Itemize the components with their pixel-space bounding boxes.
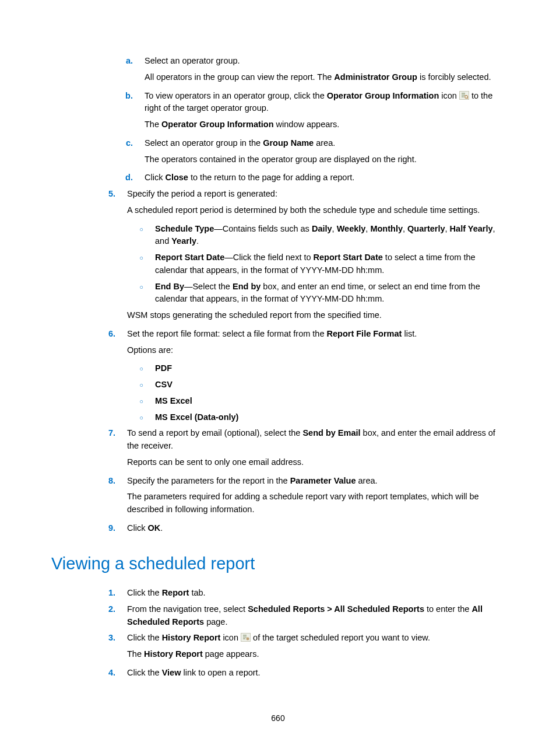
step-label: 9.: [93, 522, 115, 535]
step-7: 7. To send a report by email (optional),…: [51, 427, 505, 453]
bullet-icon: ○: [121, 395, 143, 408]
substep-label: d.: [111, 172, 133, 184]
bullet-icon: ○: [121, 281, 143, 306]
step-text: Click OK.: [115, 522, 505, 535]
option-text: PDF: [143, 362, 505, 375]
substep-c: c. Select an operator group in the Group…: [51, 137, 505, 150]
option-text: MS Excel (Data-only): [143, 411, 505, 424]
step-text: Specify the parameters for the report in…: [115, 475, 505, 488]
bullet-icon: ○: [121, 379, 143, 391]
substep-label: a.: [111, 55, 133, 68]
substep-a-detail: All operators in the group can view the …: [145, 71, 505, 84]
step5-bullet-end-by: ○ End By—Select the End by box, and ente…: [51, 281, 505, 306]
step-text: Click the View link to open a report.: [115, 667, 505, 680]
step-text: Set the report file format: select a fil…: [115, 328, 505, 341]
step-label: 4.: [93, 667, 115, 680]
view-step-3: 3. Click the History Report icon of the …: [51, 632, 505, 645]
option-text: MS Excel: [143, 395, 505, 408]
bullet-icon: ○: [121, 411, 143, 424]
view-step-2: 2. From the navigation tree, select Sche…: [51, 603, 505, 629]
substep-a: a. Select an operator group.: [51, 55, 505, 68]
step-text: Specify the period a report is generated…: [115, 188, 505, 201]
step-5-detail: A scheduled report period is determined …: [127, 204, 505, 217]
view-step-1: 1. Click the Report tab.: [51, 587, 505, 600]
substep-text: Select an operator group in the Group Na…: [133, 137, 505, 150]
bullet-text: Report Start Date—Click the field next t…: [143, 251, 505, 277]
step5-bullet-schedule-type: ○ Schedule Type—Contains fields such as …: [51, 223, 505, 249]
substep-b-detail: The Operator Group Information window ap…: [145, 118, 505, 131]
bullet-text: Schedule Type—Contains fields such as Da…: [143, 223, 505, 249]
page-number: 660: [0, 712, 556, 724]
view-step-3-detail: The History Report page appears.: [127, 648, 505, 661]
step-label: 1.: [93, 587, 115, 600]
step-7-detail: Reports can be sent to only one email ad…: [127, 456, 505, 469]
step-label: 5.: [93, 188, 115, 201]
step-5-note: WSM stops generating the scheduled repor…: [127, 309, 505, 322]
step-label: 6.: [93, 328, 115, 341]
step-6-options-label: Options are:: [127, 344, 505, 357]
substep-text: Click Close to the return to the page fo…: [133, 172, 505, 184]
bullet-icon: ○: [121, 223, 143, 249]
operator-group-info-icon: [459, 91, 469, 100]
bullet-icon: ○: [121, 251, 143, 277]
substep-label: b.: [111, 90, 133, 116]
substep-d: d. Click Close to the return to the page…: [51, 172, 505, 184]
svg-line-4: [467, 97, 468, 99]
section-heading: Viewing a scheduled report: [51, 551, 505, 577]
substep-text: To view operators in an operator group, …: [133, 90, 505, 116]
step-text: Click the History Report icon of the tar…: [115, 632, 505, 645]
step6-option-pdf: ○ PDF: [51, 362, 505, 375]
step-6: 6. Set the report file format: select a …: [51, 328, 505, 341]
bullet-icon: ○: [121, 362, 143, 375]
step-8-detail: The parameters required for adding a sch…: [127, 491, 505, 516]
step5-bullet-start-date: ○ Report Start Date—Click the field next…: [51, 251, 505, 277]
step-8: 8. Specify the parameters for the report…: [51, 475, 505, 488]
step6-option-excel: ○ MS Excel: [51, 395, 505, 408]
step-label: 7.: [93, 427, 115, 453]
history-report-icon: [241, 633, 251, 642]
step-label: 8.: [93, 475, 115, 488]
step6-option-csv: ○ CSV: [51, 379, 505, 391]
substep-text: Select an operator group.: [133, 55, 505, 68]
step-label: 3.: [93, 632, 115, 645]
substep-b: b. To view operators in an operator grou…: [51, 90, 505, 116]
substep-c-detail: The operators contained in the operator …: [145, 153, 505, 166]
step6-option-excel-data-only: ○ MS Excel (Data-only): [51, 411, 505, 424]
step-text: From the navigation tree, select Schedul…: [115, 603, 505, 629]
view-step-4: 4. Click the View link to open a report.: [51, 667, 505, 680]
step-text: To send a report by email (optional), se…: [115, 427, 505, 453]
step-text: Click the Report tab.: [115, 587, 505, 600]
step-9: 9. Click OK.: [51, 522, 505, 535]
document-page: a. Select an operator group. All operato…: [0, 0, 556, 756]
svg-point-8: [247, 638, 249, 640]
option-text: CSV: [143, 379, 505, 391]
step-label: 2.: [93, 603, 115, 629]
step-5: 5. Specify the period a report is genera…: [51, 188, 505, 201]
substep-label: c.: [111, 137, 133, 150]
bullet-text: End By—Select the End by box, and enter …: [143, 281, 505, 306]
